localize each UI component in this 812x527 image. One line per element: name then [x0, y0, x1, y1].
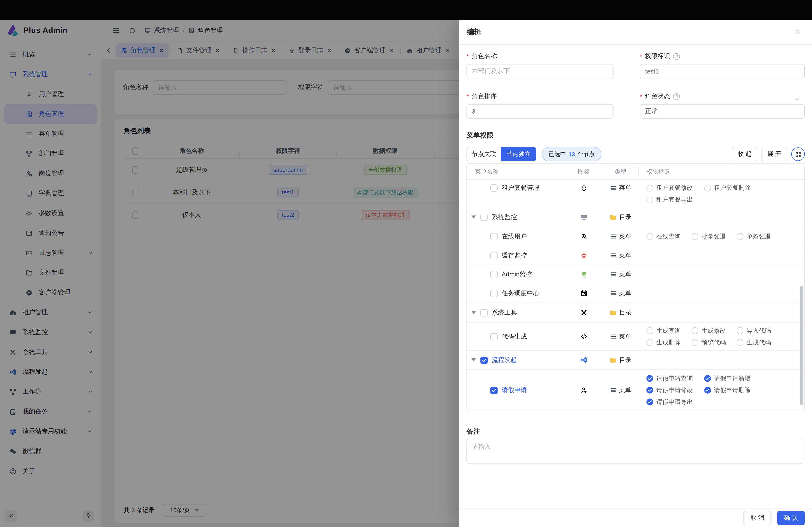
role-status-select[interactable] [640, 104, 805, 119]
permission-checkbox[interactable] [737, 339, 743, 346]
permission-label: 批量强退 [701, 232, 726, 241]
tree-node-icon-cell [565, 182, 602, 194]
tree-node-checkbox[interactable] [490, 271, 497, 278]
tree-node-type-cell: 目录 [602, 356, 639, 364]
collapse-all-button[interactable]: 收 起 [732, 147, 758, 161]
tree-row-dir: 系统工具目录 [467, 302, 804, 322]
field-perm-key: *权限标识? [640, 52, 805, 78]
tree-row-menu: Admin监控spring菜单 [467, 265, 804, 284]
type-label: 菜单 [619, 289, 631, 297]
drawer-header: 编辑 [459, 20, 812, 45]
permission-label: 导入代码 [746, 327, 771, 335]
tree-node-type-cell: 菜单 [602, 332, 639, 341]
role-sort-input[interactable] [466, 104, 613, 119]
permission-item: 生成修改 [692, 325, 737, 336]
tree-node-type-cell: 菜单 [602, 289, 639, 297]
tree-node-type-cell: 菜单 [602, 251, 639, 259]
perm-key-input[interactable] [640, 64, 805, 78]
tree-node-label[interactable]: 请假申请 [502, 386, 527, 394]
tree-node-label[interactable]: 任务调度中心 [502, 289, 539, 297]
menu-permission-tree: 菜单名称 图标 类型 权限标识 租户套餐管理菜单租户套餐修改租户套餐删除租户套餐… [466, 163, 805, 411]
permission-checkbox[interactable] [704, 387, 711, 394]
role-sort-label: 角色排序 [472, 92, 497, 101]
tree-node-permissions: 在线查询批量强退单条强退 [639, 230, 804, 242]
type-label: 菜单 [619, 232, 631, 241]
vscode-icon [580, 356, 588, 364]
permission-checkbox[interactable] [692, 339, 698, 346]
tree-row-menu: 代码生成菜单生成查询生成修改导入代码生成删除预览代码生成代码 [467, 322, 804, 350]
permission-checkbox[interactable] [692, 233, 698, 240]
svg-text:redis: redis [582, 257, 585, 258]
menu-type-icon [610, 185, 617, 191]
role-status-label: 角色状态 [645, 92, 670, 101]
confirm-button[interactable]: 确 认 [777, 511, 805, 525]
type-label: 菜单 [619, 332, 631, 341]
note-textarea[interactable] [466, 439, 803, 464]
close-icon[interactable] [794, 28, 801, 35]
permission-checkbox[interactable] [704, 185, 711, 191]
tree-node-label[interactable]: 系统监控 [492, 213, 517, 221]
node-linked-button[interactable]: 节点关联 [466, 147, 501, 161]
tree-node-label[interactable]: 系统工具 [492, 308, 517, 317]
permission-item: 生成查询 [647, 325, 692, 336]
tree-node-label[interactable]: 缓存监控 [502, 251, 527, 259]
tree-node-label[interactable]: 流程发起 [492, 356, 517, 364]
permission-checkbox[interactable] [647, 387, 653, 394]
tree-node-label[interactable]: 在线用户 [502, 232, 527, 241]
expand-all-button[interactable]: 展 开 [762, 147, 787, 161]
permission-label: 请假申请查询 [656, 374, 693, 382]
node-independent-button[interactable]: 节点独立 [501, 147, 536, 161]
tree-node-checkbox[interactable] [490, 290, 497, 297]
tree-row-menu: 租户套餐管理菜单租户套餐修改租户套餐删除租户套餐导出 [467, 180, 804, 207]
chevron-down-icon [794, 96, 800, 102]
tree-node-checkbox[interactable] [490, 252, 497, 259]
cancel-button[interactable]: 取 消 [744, 511, 771, 525]
tree-node-checkbox[interactable] [480, 309, 488, 316]
permission-checkbox[interactable] [647, 327, 653, 334]
permission-checkbox[interactable] [647, 196, 653, 203]
tree-node-checkbox[interactable] [490, 387, 497, 394]
tree-node-checkbox[interactable] [490, 233, 497, 240]
tree-col-name: 菜单名称 [467, 167, 565, 176]
permission-item: 导入代码 [737, 325, 782, 336]
tree-expand-arrow-icon[interactable] [472, 311, 476, 314]
permission-checkbox[interactable] [692, 327, 698, 334]
permission-item: 预览代码 [692, 336, 737, 348]
fullscreen-button[interactable] [791, 147, 805, 161]
drawer-overlay[interactable] [0, 20, 459, 527]
tree-expand-arrow-icon[interactable] [472, 358, 476, 362]
type-label: 目录 [619, 308, 632, 317]
tree-node-checkbox[interactable] [490, 184, 497, 192]
tree-node-label[interactable]: Admin监控 [502, 270, 532, 278]
permission-checkbox[interactable] [737, 233, 743, 240]
top-black-bar [0, 0, 812, 20]
permission-checkbox[interactable] [704, 375, 711, 382]
permission-checkbox[interactable] [737, 327, 743, 334]
permission-checkbox[interactable] [647, 375, 653, 382]
tree-node-label[interactable]: 代码生成 [502, 332, 527, 341]
tree-node-checkbox[interactable] [480, 356, 488, 364]
role-name-input[interactable] [466, 64, 613, 78]
required-asterisk: * [466, 93, 469, 100]
permission-checkbox[interactable] [647, 339, 653, 346]
tree-node-permissions: 请假申请查询请假申请新增请假申请修改请假申请删除请假申请导出 [639, 373, 804, 408]
tree-node-checkbox[interactable] [480, 213, 488, 221]
tree-row-menu: 任务调度中心菜单 [467, 284, 804, 302]
tree-node-icon-cell [565, 309, 602, 316]
tree-node-label[interactable]: 租户套餐管理 [502, 184, 539, 192]
folder-icon [609, 356, 617, 364]
permission-label: 在线查询 [656, 232, 681, 241]
field-role-status: *角色状态? [640, 92, 805, 119]
folder-icon [609, 309, 617, 316]
permission-item: 请假申请删除 [704, 384, 762, 396]
field-role-name: *角色名称 [466, 52, 613, 78]
tree-node-name-cell: 代码生成 [467, 332, 565, 341]
tree-expand-arrow-icon[interactable] [472, 215, 476, 219]
tree-node-checkbox[interactable] [490, 333, 497, 340]
permission-checkbox[interactable] [647, 233, 653, 240]
selected-count-badge: 已选中13个节点 [542, 147, 601, 161]
menu-type-icon [610, 333, 617, 340]
tree-scrollbar-thumb[interactable] [800, 286, 803, 405]
permission-checkbox[interactable] [647, 398, 653, 405]
permission-checkbox[interactable] [647, 185, 653, 191]
